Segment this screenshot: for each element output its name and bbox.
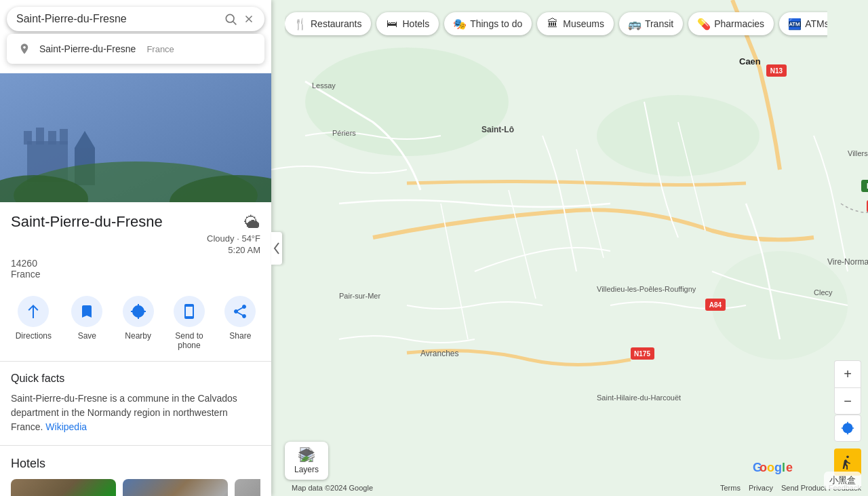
place-name: Saint-Pierre-du-Fresne bbox=[11, 213, 207, 231]
layers-button[interactable]: Layers bbox=[285, 442, 328, 480]
hotel-image-3 bbox=[235, 479, 260, 496]
zoom-out-button[interactable]: − bbox=[834, 387, 861, 415]
atm-button[interactable]: 🏧 ATMs bbox=[779, 12, 827, 35]
svg-text:N175: N175 bbox=[634, 350, 650, 358]
atm-icon: 🏧 bbox=[789, 18, 801, 30]
transit-icon: 🚌 bbox=[629, 18, 641, 30]
save-label: Save bbox=[78, 331, 96, 341]
svg-line-45 bbox=[233, 22, 237, 25]
zoom-controls: + − bbox=[834, 360, 861, 415]
weather-icon: 🌥 bbox=[244, 213, 260, 232]
quick-facts-text: Saint-Pierre-du-Fresne is a commune in t… bbox=[11, 392, 260, 434]
svg-text:g: g bbox=[774, 461, 782, 474]
nearby-label: Nearby bbox=[125, 331, 151, 341]
place-header: Saint-Pierre-du-Fresne 🌥 Cloudy · 54°F 5… bbox=[11, 213, 260, 255]
svg-point-3 bbox=[597, 95, 760, 176]
search-input-wrap bbox=[7, 7, 264, 31]
map[interactable]: Lessay Périers Saint-Lô Caen Hérouville-… bbox=[271, 0, 868, 496]
send-to-phone-label: Send tophone bbox=[175, 331, 203, 350]
hotel-image-2 bbox=[123, 479, 228, 496]
hotels-section: Hotels $125 $147 bbox=[0, 446, 271, 496]
svg-text:A84: A84 bbox=[709, 301, 722, 309]
place-hero-image bbox=[0, 73, 271, 202]
nearby-icon bbox=[123, 296, 154, 327]
share-label: Share bbox=[229, 331, 251, 341]
weather-condition: Cloudy · 54°F bbox=[207, 233, 260, 244]
svg-text:Clecy: Clecy bbox=[814, 288, 833, 297]
search-bar: Saint-Pierre-du-Fresne France bbox=[0, 0, 271, 73]
save-icon bbox=[71, 296, 102, 327]
collapse-sidebar-button[interactable] bbox=[271, 232, 282, 265]
svg-rect-51 bbox=[36, 128, 44, 145]
hotels-button[interactable]: 🛏 Hotels bbox=[376, 12, 439, 35]
place-postal: 14260 bbox=[11, 258, 260, 269]
svg-text:Pair-sur-Mer: Pair-sur-Mer bbox=[339, 292, 380, 300]
restaurants-icon: 🍴 bbox=[294, 18, 307, 30]
layers-label: Layers bbox=[294, 465, 319, 474]
map-attribution: Map data ©2024 Google bbox=[292, 484, 373, 492]
share-icon bbox=[224, 296, 256, 327]
svg-text:Lessay: Lessay bbox=[312, 81, 336, 90]
hotel-card-1[interactable]: $125 bbox=[11, 479, 116, 496]
autocomplete-sub: France bbox=[146, 44, 174, 54]
send-to-phone-icon bbox=[174, 296, 205, 327]
svg-rect-52 bbox=[48, 131, 56, 145]
zoom-in-button[interactable]: + bbox=[834, 360, 861, 387]
weather-info: 🌥 Cloudy · 54°F 5:20 AM bbox=[207, 213, 260, 255]
autocomplete-main: Saint-Pierre-du-Fresne bbox=[39, 43, 136, 54]
svg-text:Villers-Bocage: Villers-Bocage bbox=[848, 149, 868, 157]
svg-rect-53 bbox=[60, 129, 68, 145]
location-pin-icon bbox=[18, 42, 31, 56]
directions-button[interactable]: Directions bbox=[16, 296, 52, 350]
autocomplete-item[interactable]: Saint-Pierre-du-Fresne France bbox=[7, 34, 264, 64]
clear-button[interactable] bbox=[243, 13, 255, 25]
share-button[interactable]: Share bbox=[224, 296, 256, 350]
hotel-image-1 bbox=[11, 479, 116, 496]
pharmacies-button[interactable]: 💊 Pharmacies bbox=[688, 12, 774, 35]
place-info: Saint-Pierre-du-Fresne 🌥 Cloudy · 54°F 5… bbox=[0, 202, 271, 285]
hotels-icon: 🛏 bbox=[386, 18, 398, 30]
nearby-button[interactable]: Nearby bbox=[123, 296, 154, 350]
svg-text:Saint-Hilaire-du-Harcouët: Saint-Hilaire-du-Harcouët bbox=[597, 394, 681, 402]
svg-text:o: o bbox=[767, 461, 774, 474]
sidebar: Saint-Pierre-du-Fresne France bbox=[0, 0, 271, 496]
directions-label: Directions bbox=[16, 331, 52, 341]
hotel-cards: $125 $147 bbox=[11, 479, 260, 496]
quick-facts-section: Quick facts Saint-Pierre-du-Fresne is a … bbox=[0, 362, 271, 446]
pharmacies-icon: 💊 bbox=[698, 18, 710, 30]
send-to-phone-button[interactable]: Send tophone bbox=[174, 296, 205, 350]
things-icon: 🎭 bbox=[454, 18, 466, 30]
transit-button[interactable]: 🚌 Transit bbox=[619, 12, 683, 35]
hotels-title: Hotels bbox=[11, 457, 260, 471]
svg-point-4 bbox=[712, 251, 848, 360]
svg-text:N13: N13 bbox=[770, 67, 783, 75]
weather-time: 5:20 AM bbox=[228, 245, 260, 255]
svg-text:Vire-Normandie: Vire-Normandie bbox=[827, 257, 868, 267]
svg-text:Villedieu-les-Poêles-Rouffigny: Villedieu-les-Poêles-Rouffigny bbox=[597, 285, 696, 293]
search-input[interactable] bbox=[16, 13, 218, 25]
privacy-link[interactable]: Privacy bbox=[749, 484, 773, 492]
search-button[interactable] bbox=[224, 12, 237, 26]
wikipedia-link[interactable]: Wikipedia bbox=[45, 421, 87, 432]
my-location-button[interactable] bbox=[834, 415, 861, 442]
svg-text:Caen: Caen bbox=[739, 56, 761, 66]
hotel-card-2[interactable]: $147 bbox=[123, 479, 228, 496]
svg-rect-50 bbox=[24, 131, 32, 145]
quick-facts-title: Quick facts bbox=[11, 373, 260, 385]
things-to-do-button[interactable]: 🎭 Things to do bbox=[444, 12, 532, 35]
svg-text:Avranches: Avranches bbox=[420, 349, 458, 358]
svg-text:l: l bbox=[782, 461, 785, 474]
directions-icon bbox=[18, 296, 49, 327]
museums-button[interactable]: 🏛 Museums bbox=[537, 12, 614, 35]
svg-text:Saint-Lô: Saint-Lô bbox=[481, 125, 514, 134]
hotel-card-3[interactable] bbox=[235, 479, 260, 496]
restaurants-button[interactable]: 🍴 Restaurants bbox=[285, 12, 371, 35]
action-buttons: Directions Save Nearby bbox=[0, 285, 271, 362]
map-bottom-bar: Map data ©2024 Google Terms Privacy Send… bbox=[285, 484, 868, 492]
svg-text:Périers: Périers bbox=[332, 129, 356, 137]
svg-text:e: e bbox=[786, 461, 793, 474]
terms-link[interactable]: Terms bbox=[720, 484, 741, 492]
svg-point-44 bbox=[226, 14, 234, 22]
category-bar: 🍴 Restaurants 🛏 Hotels 🎭 Things to do 🏛 … bbox=[285, 7, 827, 41]
save-button[interactable]: Save bbox=[71, 296, 102, 350]
